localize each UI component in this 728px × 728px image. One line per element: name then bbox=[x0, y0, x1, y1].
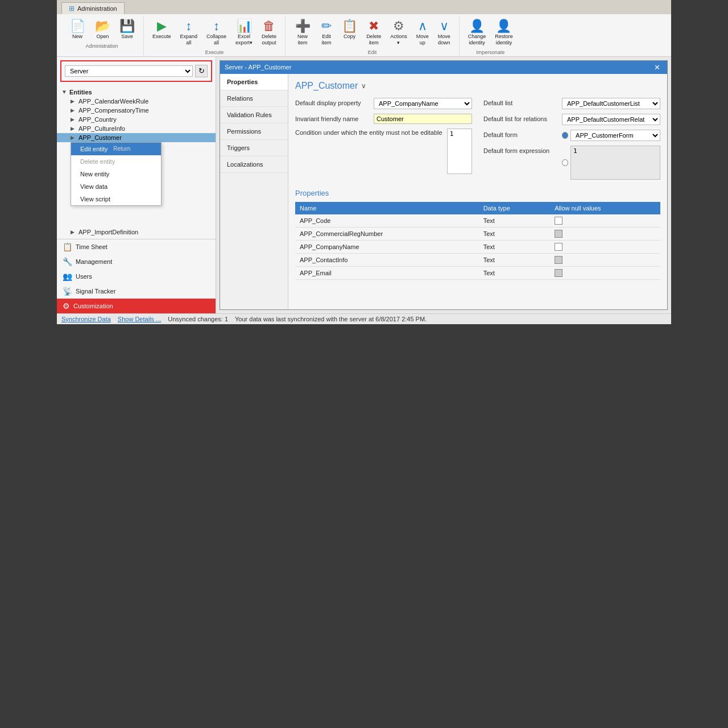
default-form-radio[interactable] bbox=[562, 132, 568, 139]
actions-icon: ⚙ bbox=[393, 20, 404, 32]
prop-datatype: Text bbox=[479, 227, 551, 240]
delete-output-icon: 🗑 bbox=[263, 20, 275, 32]
edit-item-button[interactable]: ✏ Edititem bbox=[316, 18, 337, 48]
nav-signal-tracker[interactable]: 📡 Signal Tracker bbox=[57, 284, 216, 299]
entities-header[interactable]: ▼ Entities bbox=[57, 88, 216, 97]
context-menu-view-script[interactable]: View script bbox=[71, 193, 161, 205]
open-label: Open bbox=[96, 34, 109, 40]
server-select[interactable]: Server bbox=[65, 65, 193, 77]
timesheet-label: Time Sheet bbox=[76, 243, 107, 250]
prop-name: APP_ContactInfo bbox=[295, 253, 479, 266]
tree-item-calendar[interactable]: ▶ APP_CalendarWeekRule bbox=[57, 97, 216, 106]
modal-nav-permissions[interactable]: Permissions bbox=[220, 123, 288, 140]
actions-button[interactable]: ⚙ Actions▾ bbox=[386, 18, 411, 48]
change-identity-label: Changeidentity bbox=[468, 34, 486, 46]
tree-item-customer-container: ▶ APP_Customer Edit entity Return Delete… bbox=[57, 133, 216, 142]
entity-dropdown-arrow[interactable]: ∨ bbox=[361, 82, 366, 90]
invariant-friendly-name-input[interactable] bbox=[374, 114, 472, 124]
edit-entity-label: Edit entity bbox=[80, 146, 107, 152]
move-up-label: Moveup bbox=[416, 34, 429, 46]
default-form-label: Default form bbox=[483, 130, 557, 138]
condition-textarea[interactable]: 1 bbox=[447, 129, 472, 174]
new-button[interactable]: 📄 New bbox=[65, 18, 90, 42]
prop-allownull bbox=[550, 266, 660, 279]
collapse-all-button[interactable]: ↕ Collapseall bbox=[202, 18, 230, 48]
condition-label: Condition under which the entity must no… bbox=[295, 129, 442, 136]
new-item-icon: ➕ bbox=[295, 20, 311, 32]
default-form-expr-textarea[interactable]: 1 bbox=[570, 146, 660, 180]
collapse-all-icon: ↕ bbox=[213, 20, 220, 32]
show-details-link[interactable]: Show Details ... bbox=[118, 316, 161, 322]
modal-title: Server - APP_Customer bbox=[225, 64, 291, 71]
open-button[interactable]: 📂 Open bbox=[91, 18, 114, 42]
save-label: Save bbox=[121, 34, 133, 40]
modal-nav-relations[interactable]: Relations bbox=[220, 90, 288, 107]
tree-item-importdef[interactable]: ▶ APP_ImportDefinition bbox=[57, 228, 216, 237]
table-row[interactable]: APP_Email Text bbox=[295, 266, 660, 279]
default-display-property-select[interactable]: APP_CompanyName bbox=[374, 98, 472, 109]
table-row[interactable]: APP_CommercialRegNumber Text bbox=[295, 227, 660, 240]
move-down-icon: ∨ bbox=[440, 20, 449, 32]
status-bar: Synchronize Data Show Details ... Unsync… bbox=[57, 313, 671, 324]
table-row[interactable]: APP_ContactInfo Text bbox=[295, 253, 660, 266]
modal-content: APP_Customer ∨ Default display property … bbox=[288, 74, 667, 309]
tree-item-country[interactable]: ▶ APP_Country bbox=[57, 115, 216, 124]
tab-bar: ⊞ Administration bbox=[57, 0, 671, 14]
tree-item-cultureinfo[interactable]: ▶ APP_CultureInfo bbox=[57, 124, 216, 133]
new-entity-label: New entity bbox=[80, 171, 109, 177]
default-list-select[interactable]: APP_DefaultCustomerList bbox=[562, 98, 660, 109]
context-menu-view-data[interactable]: View data bbox=[71, 180, 161, 193]
modal-nav-validation-rules[interactable]: Validation Rules bbox=[220, 107, 288, 123]
sync-message: Your data was last synchronized with the… bbox=[235, 316, 427, 322]
expand-all-icon: ↕ bbox=[185, 20, 192, 32]
right-panel: Server - APP_Customer ✕ Properties Relat… bbox=[216, 57, 671, 313]
grid-icon: ⊞ bbox=[69, 5, 75, 13]
modal-nav-localizations[interactable]: Localizations bbox=[220, 156, 288, 173]
prop-allownull bbox=[550, 227, 660, 240]
refresh-button[interactable]: ↻ bbox=[195, 65, 208, 77]
execute-button[interactable]: ▶ Execute bbox=[148, 18, 175, 42]
sync-data-link[interactable]: Synchronize Data bbox=[61, 316, 111, 322]
move-up-button[interactable]: ∧ Moveup bbox=[412, 18, 433, 48]
modal-close-button[interactable]: ✕ bbox=[652, 63, 663, 72]
delete-output-button[interactable]: 🗑 Deleteoutput bbox=[258, 18, 280, 48]
nav-users[interactable]: 👥 Users bbox=[57, 269, 216, 284]
impersonate-group-label: Impersonate bbox=[464, 48, 517, 56]
table-row[interactable]: APP_CompanyName Text bbox=[295, 240, 660, 253]
nav-timesheet[interactable]: 📋 Time Sheet bbox=[57, 239, 216, 254]
signal-tracker-icon: 📡 bbox=[63, 287, 72, 296]
default-form-select[interactable]: APP_CustomerForm bbox=[570, 130, 660, 141]
expand-all-button[interactable]: ↕ Expandall bbox=[176, 18, 202, 48]
save-button[interactable]: 💾 Save bbox=[115, 18, 139, 42]
col-datatype: Data type bbox=[479, 202, 551, 214]
entities-expand-icon: ▼ bbox=[61, 89, 67, 95]
default-form-expr-radio[interactable] bbox=[562, 159, 568, 166]
new-item-button[interactable]: ➕ Newitem bbox=[290, 18, 315, 48]
nav-customization[interactable]: ⚙ Customization bbox=[57, 299, 216, 313]
tree-item-customer[interactable]: ▶ APP_Customer bbox=[57, 133, 216, 142]
excel-export-label: Excelexport▾ bbox=[235, 34, 253, 46]
table-row[interactable]: APP_Code Text bbox=[295, 214, 660, 228]
excel-export-icon: 📊 bbox=[237, 20, 252, 32]
context-menu-new-entity[interactable]: New entity bbox=[71, 168, 161, 180]
restore-identity-button[interactable]: 👤 Restoreidentity bbox=[491, 18, 517, 48]
excel-export-button[interactable]: 📊 Excelexport▾ bbox=[231, 18, 257, 48]
server-selector: Server ↻ bbox=[60, 60, 212, 82]
default-list-relations-select[interactable]: APP_DefaultCustomerRelat bbox=[562, 114, 660, 125]
delete-item-icon: ✖ bbox=[369, 20, 379, 32]
admin-group-label: Administration bbox=[65, 42, 139, 50]
modal-nav-properties[interactable]: Properties bbox=[220, 74, 288, 90]
tab-administration[interactable]: ⊞ Administration bbox=[61, 2, 125, 14]
tree-item-compensatory[interactable]: ▶ APP_CompensatoryTime bbox=[57, 106, 216, 115]
copy-button[interactable]: 📋 Copy bbox=[338, 18, 361, 42]
move-down-button[interactable]: ∨ Movedown bbox=[434, 18, 454, 48]
modal-nav-triggers[interactable]: Triggers bbox=[220, 140, 288, 156]
change-identity-button[interactable]: 👤 Changeidentity bbox=[464, 18, 490, 48]
prop-name: APP_CompanyName bbox=[295, 240, 479, 253]
nav-bottom: 📋 Time Sheet 🔧 Management 👥 Users 📡 Sign… bbox=[57, 239, 216, 313]
timesheet-icon: 📋 bbox=[63, 242, 72, 251]
save-icon: 💾 bbox=[119, 20, 135, 32]
delete-item-button[interactable]: ✖ Deleteitem bbox=[362, 18, 385, 48]
context-menu-edit-entity[interactable]: Edit entity Return bbox=[71, 143, 161, 155]
nav-management[interactable]: 🔧 Management bbox=[57, 254, 216, 269]
